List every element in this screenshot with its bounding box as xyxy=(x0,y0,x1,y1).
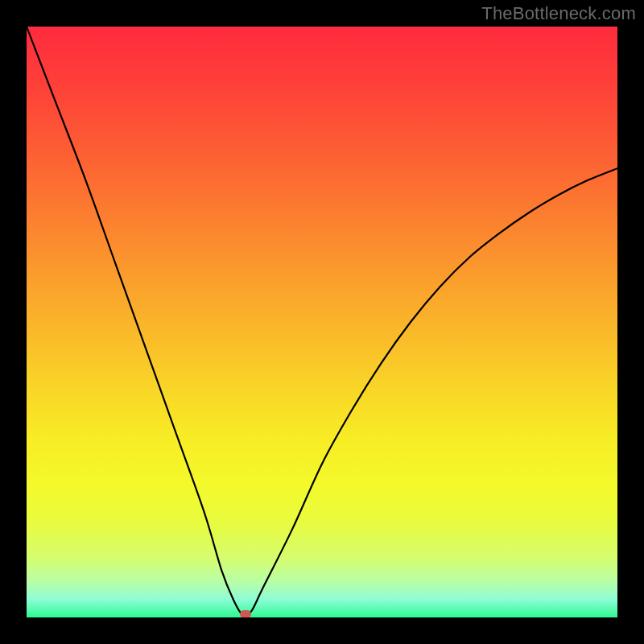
plot-area xyxy=(27,27,617,617)
watermark-text: TheBottleneck.com xyxy=(481,3,636,24)
plot-svg xyxy=(27,27,617,617)
gradient-background xyxy=(27,27,617,617)
bottleneck-marker xyxy=(240,610,251,617)
chart-frame: TheBottleneck.com xyxy=(0,0,644,644)
